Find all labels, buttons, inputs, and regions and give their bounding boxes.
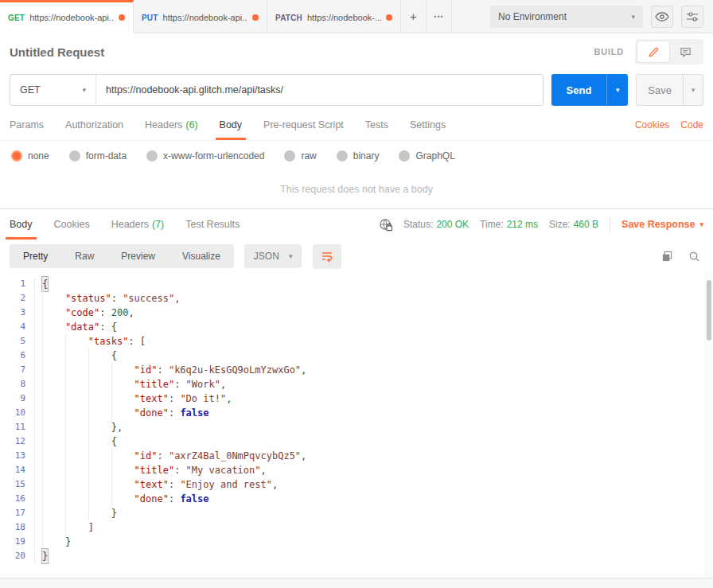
body-type-x-www-form-urlencoded[interactable]: x-www-form-urlencoded	[146, 150, 264, 162]
time-badge: Time: 212 ms	[480, 219, 538, 230]
indent-guide	[88, 349, 111, 363]
search-icon	[688, 251, 700, 263]
view-tab-visualize[interactable]: Visualize	[169, 244, 234, 268]
radio-icon	[146, 150, 158, 162]
view-tab-preview[interactable]: Preview	[107, 244, 169, 268]
view-tab-pretty[interactable]: Pretty	[10, 244, 61, 268]
view-tab-raw[interactable]: Raw	[61, 244, 107, 268]
network-globe-lock-icon[interactable]	[379, 218, 392, 232]
request-tab-get[interactable]: GEThttps://nodebook-api...	[0, 0, 134, 33]
line-content: "text": "Enjoy and rest",	[42, 477, 278, 492]
code-token: {	[111, 320, 117, 334]
code-line: 11},	[0, 420, 713, 434]
indent-guide	[65, 520, 88, 535]
request-tabs-row: ParamsAuthorizationHeaders(6)BodyPre-req…	[0, 110, 713, 141]
body-type-binary[interactable]: binary	[337, 150, 380, 162]
code-line: 1{	[0, 277, 713, 291]
save-button[interactable]: Save	[637, 75, 683, 105]
body-type-form-data[interactable]: form-data	[69, 150, 127, 162]
more-tabs-button[interactable]: •••	[427, 0, 452, 33]
request-tab-authorization[interactable]: Authorization	[65, 110, 123, 140]
code-line: 14"title": "My vacation",	[0, 463, 713, 477]
body-type-label: none	[28, 150, 49, 162]
code-token: :	[99, 320, 111, 334]
body-type-label: x-www-form-urlencoded	[163, 150, 264, 162]
tab-url-label: https://nodebook-api...	[29, 13, 114, 22]
request-title[interactable]: Untitled Request	[10, 45, 104, 59]
code-token: "Work"	[186, 377, 220, 391]
save-response-button[interactable]: Save Response ▾	[621, 219, 703, 230]
code-link[interactable]: Code	[680, 119, 703, 130]
send-options-button[interactable]: ▾	[606, 74, 628, 106]
indent-guide	[42, 334, 65, 349]
code-line: 5"tasks": [	[0, 334, 713, 349]
line-number: 3	[0, 306, 35, 320]
indent-guide	[42, 306, 65, 320]
response-tab-cookies[interactable]: Cookies	[54, 209, 90, 239]
request-tab-params[interactable]: Params	[10, 110, 44, 140]
indent-guide	[88, 506, 111, 520]
indent-guide	[42, 349, 65, 363]
body-type-label: form-data	[86, 150, 127, 162]
postman-app: GEThttps://nodebook-api...PUThttps://nod…	[0, 0, 713, 588]
tab-label: Settings	[410, 119, 446, 130]
method-selector[interactable]: GET ▾	[10, 75, 96, 105]
code-line: 16"done": false	[0, 492, 713, 506]
line-content: "title": "My vacation",	[42, 463, 267, 477]
code-token: false	[180, 492, 208, 506]
code-token: "id"	[134, 363, 158, 377]
request-tab-patch[interactable]: PATCHhttps://nodebook-...	[267, 0, 401, 33]
request-tab-headers[interactable]: Headers(6)	[145, 110, 198, 140]
body-type-graphql[interactable]: GraphQL	[399, 150, 454, 162]
request-tab-body[interactable]: Body	[220, 110, 243, 140]
line-number: 2	[0, 291, 35, 306]
wrap-lines-button[interactable]	[313, 244, 341, 269]
code-token: {	[111, 349, 117, 363]
response-tab-test-results[interactable]: Test Results	[185, 209, 240, 239]
response-tab-body[interactable]: Body	[10, 209, 33, 239]
new-tab-button[interactable]: +	[401, 0, 427, 33]
code-token: :	[174, 463, 185, 477]
code-token: ]	[88, 520, 94, 535]
divider	[610, 216, 610, 232]
code-token: "title"	[134, 463, 175, 477]
format-value: JSON	[254, 251, 279, 262]
request-tab-put[interactable]: PUThttps://nodebook-api...	[134, 0, 267, 33]
body-type-none[interactable]: none	[11, 150, 49, 162]
indent-guide	[42, 363, 65, 377]
body-type-raw[interactable]: raw	[284, 150, 316, 162]
environment-selector[interactable]: No Environment ▾	[490, 6, 643, 28]
code-token: :	[111, 291, 123, 306]
indent-guide	[111, 377, 134, 391]
size-value: 460 B	[574, 219, 598, 230]
line-number: 15	[0, 477, 35, 492]
request-tab-settings[interactable]: Settings	[410, 110, 446, 140]
indent-guide	[88, 434, 111, 449]
environment-settings-button[interactable]	[681, 6, 703, 28]
line-number: 4	[0, 320, 35, 334]
environment-quick-look-button[interactable]	[651, 6, 673, 28]
format-selector[interactable]: JSON ▾	[244, 244, 302, 268]
code-token: ,	[301, 449, 306, 463]
line-number: 10	[0, 406, 35, 420]
request-tab-tests[interactable]: Tests	[365, 110, 388, 140]
send-button[interactable]: Send	[551, 74, 607, 106]
save-options-button[interactable]: ▾	[683, 75, 703, 105]
response-tab-headers[interactable]: Headers(7)	[111, 209, 165, 239]
request-tab-pre-request-script[interactable]: Pre-request Script	[263, 110, 344, 140]
code-token: :	[128, 334, 139, 349]
response-body-code[interactable]: 1{2"status": "success",3"code": 200,4"da…	[0, 273, 713, 563]
response-header-row: BodyCookiesHeaders(7)Test Results Status…	[0, 209, 713, 239]
response-view-row: PrettyRawPreviewVisualize JSON ▾	[0, 239, 713, 273]
eye-icon	[655, 12, 669, 21]
url-input[interactable]: https://nodebook-api.glitch.me/api/tasks…	[96, 75, 543, 105]
code-token: ,	[272, 477, 278, 492]
code-token: :	[169, 492, 180, 506]
cookies-link[interactable]: Cookies	[635, 119, 669, 130]
comments-button[interactable]	[669, 41, 701, 62]
copy-response-button[interactable]	[661, 251, 673, 263]
edit-mode-button[interactable]	[637, 41, 669, 62]
scrollbar-thumb[interactable]	[707, 280, 711, 341]
search-response-button[interactable]	[688, 251, 700, 263]
indent-guide	[65, 420, 88, 434]
